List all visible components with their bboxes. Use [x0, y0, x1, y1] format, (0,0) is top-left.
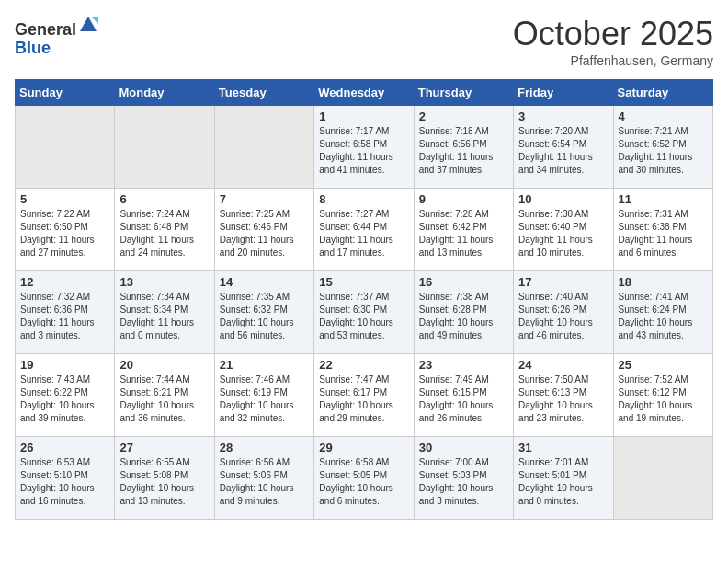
day-info: Sunrise: 7:00 AMSunset: 5:03 PMDaylight:… [419, 456, 508, 508]
logo-general-text: General [15, 20, 76, 39]
calendar-cell: 5Sunrise: 7:22 AMSunset: 6:50 PMDaylight… [16, 189, 115, 271]
day-info: Sunrise: 7:17 AMSunset: 6:58 PMDaylight:… [319, 125, 408, 177]
page-header: General Blue October 2025 Pfaffenhausen,… [15, 15, 713, 68]
day-info: Sunrise: 7:46 AMSunset: 6:19 PMDaylight:… [220, 373, 309, 425]
calendar-cell [613, 437, 712, 520]
day-info: Sunrise: 7:30 AMSunset: 6:40 PMDaylight:… [518, 208, 608, 259]
day-number: 12 [20, 275, 109, 289]
day-number: 5 [20, 192, 109, 206]
calendar-week-row: 19Sunrise: 7:43 AMSunset: 6:22 PMDayligh… [16, 354, 713, 437]
day-number: 23 [419, 358, 508, 372]
calendar-cell: 19Sunrise: 7:43 AMSunset: 6:22 PMDayligh… [16, 354, 115, 437]
calendar-cell: 4Sunrise: 7:21 AMSunset: 6:52 PMDaylight… [613, 106, 712, 189]
calendar-cell: 23Sunrise: 7:49 AMSunset: 6:15 PMDayligh… [414, 354, 513, 437]
day-info: Sunrise: 7:21 AMSunset: 6:52 PMDaylight:… [619, 125, 708, 177]
logo-icon [78, 15, 98, 35]
day-number: 27 [119, 441, 209, 454]
day-info: Sunrise: 6:58 AMSunset: 5:05 PMDaylight:… [319, 456, 408, 508]
weekday-header-row: SundayMondayTuesdayWednesdayThursdayFrid… [16, 80, 713, 106]
day-info: Sunrise: 6:55 AMSunset: 5:08 PMDaylight:… [119, 456, 209, 508]
day-number: 24 [518, 358, 608, 372]
calendar-cell: 14Sunrise: 7:35 AMSunset: 6:32 PMDayligh… [214, 271, 313, 354]
day-info: Sunrise: 7:50 AMSunset: 6:13 PMDaylight:… [518, 373, 608, 425]
logo: General Blue [15, 15, 98, 58]
day-number: 31 [518, 441, 608, 454]
day-number: 4 [619, 109, 708, 123]
calendar-cell: 12Sunrise: 7:32 AMSunset: 6:36 PMDayligh… [16, 271, 115, 354]
calendar-cell: 11Sunrise: 7:31 AMSunset: 6:38 PMDayligh… [613, 189, 712, 271]
day-info: Sunrise: 7:28 AMSunset: 6:42 PMDaylight:… [419, 208, 508, 259]
day-number: 7 [220, 192, 309, 206]
day-info: Sunrise: 7:40 AMSunset: 6:26 PMDaylight:… [518, 291, 608, 342]
day-info: Sunrise: 7:27 AMSunset: 6:44 PMDaylight:… [319, 208, 408, 259]
calendar-cell [16, 106, 115, 189]
day-number: 6 [119, 192, 209, 206]
location: Pfaffenhausen, Germany [513, 53, 713, 68]
day-info: Sunrise: 7:01 AMSunset: 5:01 PMDaylight:… [518, 456, 608, 508]
day-info: Sunrise: 6:56 AMSunset: 5:06 PMDaylight:… [220, 456, 309, 508]
calendar-week-row: 12Sunrise: 7:32 AMSunset: 6:36 PMDayligh… [16, 271, 713, 354]
calendar-cell: 13Sunrise: 7:34 AMSunset: 6:34 PMDayligh… [115, 271, 214, 354]
calendar-cell: 7Sunrise: 7:25 AMSunset: 6:46 PMDaylight… [214, 189, 313, 271]
calendar-cell: 27Sunrise: 6:55 AMSunset: 5:08 PMDayligh… [115, 437, 214, 520]
weekday-header: Friday [514, 80, 613, 106]
calendar-cell: 6Sunrise: 7:24 AMSunset: 6:48 PMDaylight… [115, 189, 214, 271]
calendar-week-row: 26Sunrise: 6:53 AMSunset: 5:10 PMDayligh… [16, 437, 713, 520]
day-info: Sunrise: 7:47 AMSunset: 6:17 PMDaylight:… [319, 373, 408, 425]
calendar-cell: 26Sunrise: 6:53 AMSunset: 5:10 PMDayligh… [16, 437, 115, 520]
calendar-cell: 25Sunrise: 7:52 AMSunset: 6:12 PMDayligh… [613, 354, 712, 437]
calendar-cell [115, 106, 214, 189]
day-number: 10 [518, 192, 608, 206]
day-number: 1 [319, 109, 408, 123]
weekday-header: Thursday [414, 80, 513, 106]
calendar-cell: 10Sunrise: 7:30 AMSunset: 6:40 PMDayligh… [514, 189, 613, 271]
calendar-cell: 16Sunrise: 7:38 AMSunset: 6:28 PMDayligh… [414, 271, 513, 354]
calendar-cell: 24Sunrise: 7:50 AMSunset: 6:13 PMDayligh… [514, 354, 613, 437]
day-number: 19 [20, 358, 109, 372]
calendar-cell: 29Sunrise: 6:58 AMSunset: 5:05 PMDayligh… [314, 437, 414, 520]
day-number: 11 [619, 192, 708, 206]
calendar-cell: 3Sunrise: 7:20 AMSunset: 6:54 PMDaylight… [514, 106, 613, 189]
day-number: 18 [619, 275, 708, 289]
day-number: 28 [220, 441, 309, 454]
day-number: 8 [319, 192, 408, 206]
day-info: Sunrise: 7:49 AMSunset: 6:15 PMDaylight:… [419, 373, 508, 425]
weekday-header: Sunday [16, 80, 115, 106]
day-info: Sunrise: 7:25 AMSunset: 6:46 PMDaylight:… [220, 208, 309, 259]
day-info: Sunrise: 7:35 AMSunset: 6:32 PMDaylight:… [220, 291, 309, 342]
day-number: 22 [319, 358, 408, 372]
weekday-header: Monday [115, 80, 214, 106]
calendar-cell [214, 106, 313, 189]
day-info: Sunrise: 7:22 AMSunset: 6:50 PMDaylight:… [20, 208, 109, 259]
day-number: 3 [518, 109, 608, 123]
day-number: 13 [119, 275, 209, 289]
day-info: Sunrise: 7:20 AMSunset: 6:54 PMDaylight:… [518, 125, 608, 177]
day-number: 16 [419, 275, 508, 289]
day-number: 21 [220, 358, 309, 372]
month-title: October 2025 [513, 15, 713, 53]
day-number: 14 [220, 275, 309, 289]
day-number: 15 [319, 275, 408, 289]
day-info: Sunrise: 7:38 AMSunset: 6:28 PMDaylight:… [419, 291, 508, 342]
calendar-cell: 17Sunrise: 7:40 AMSunset: 6:26 PMDayligh… [514, 271, 613, 354]
day-info: Sunrise: 7:32 AMSunset: 6:36 PMDaylight:… [20, 291, 109, 342]
weekday-header: Saturday [613, 80, 712, 106]
calendar-cell: 28Sunrise: 6:56 AMSunset: 5:06 PMDayligh… [214, 437, 313, 520]
day-info: Sunrise: 6:53 AMSunset: 5:10 PMDaylight:… [20, 456, 109, 508]
day-info: Sunrise: 7:18 AMSunset: 6:56 PMDaylight:… [419, 125, 508, 177]
day-number: 25 [619, 358, 708, 372]
day-info: Sunrise: 7:31 AMSunset: 6:38 PMDaylight:… [619, 208, 708, 259]
calendar-cell: 30Sunrise: 7:00 AMSunset: 5:03 PMDayligh… [414, 437, 513, 520]
calendar-week-row: 1Sunrise: 7:17 AMSunset: 6:58 PMDaylight… [16, 106, 713, 189]
calendar-cell: 1Sunrise: 7:17 AMSunset: 6:58 PMDaylight… [314, 106, 414, 189]
calendar-cell: 18Sunrise: 7:41 AMSunset: 6:24 PMDayligh… [613, 271, 712, 354]
title-block: October 2025 Pfaffenhausen, Germany [513, 15, 713, 68]
calendar-week-row: 5Sunrise: 7:22 AMSunset: 6:50 PMDaylight… [16, 189, 713, 271]
svg-marker-1 [91, 17, 98, 24]
calendar-cell: 15Sunrise: 7:37 AMSunset: 6:30 PMDayligh… [314, 271, 414, 354]
day-info: Sunrise: 7:43 AMSunset: 6:22 PMDaylight:… [20, 373, 109, 425]
day-number: 17 [518, 275, 608, 289]
day-number: 26 [20, 441, 109, 454]
calendar-cell: 20Sunrise: 7:44 AMSunset: 6:21 PMDayligh… [115, 354, 214, 437]
weekday-header: Tuesday [214, 80, 313, 106]
